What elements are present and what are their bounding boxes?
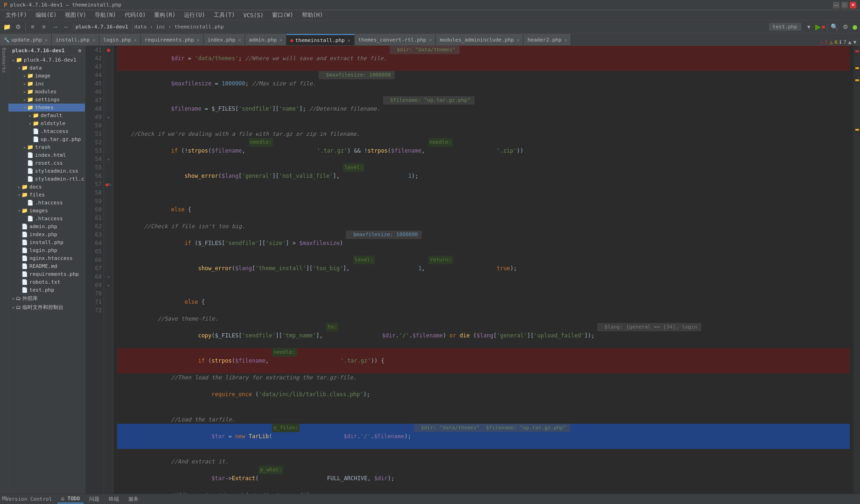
tree-item-htaccess-images[interactable]: ▸ 📄 .htaccess — [8, 215, 85, 223]
gutter-60 — [104, 205, 113, 214]
code-container[interactable]: 41 42 43 44 45 46 47 48 49 50 51 52 53 5… — [85, 46, 860, 494]
tree-item-inc[interactable]: ▸ 📁 inc — [8, 80, 85, 88]
tree-item-requirements-php[interactable]: ▸ 📄 requirements.php — [8, 270, 85, 278]
fold-marker-49[interactable]: ▾ — [107, 115, 110, 120]
tab-close-requirements[interactable]: ✕ — [197, 37, 200, 42]
tab-close-header2[interactable]: ✕ — [564, 37, 567, 42]
stop-button[interactable]: ■ — [822, 23, 825, 30]
tree-item-test-php[interactable]: ▸ 📄 test.php — [8, 286, 85, 294]
tab-close-themes-convert[interactable]: ✕ — [429, 37, 432, 42]
search-button[interactable]: 🔍 — [829, 22, 839, 32]
tree-item-temp[interactable]: ▸ 🗂 临时文件和控制台 — [8, 303, 85, 312]
sidebar-gear[interactable]: ⚙ — [78, 48, 81, 54]
breakpoint-icon-57[interactable]: ● — [105, 182, 109, 188]
tab-update[interactable]: 🔧 update.php ✕ — [0, 34, 52, 45]
run-config-label: test.php — [769, 23, 801, 31]
bookmarks-label[interactable]: Bookmarks — [1, 48, 7, 73]
code-editor[interactable]: $dir = 'data/themes'; //Where we will sa… — [113, 46, 853, 494]
tab-header2[interactable]: header2.php ✕ — [524, 34, 571, 45]
tree-item-index-html[interactable]: ▸ 📄 index.html — [8, 151, 85, 159]
tab-admin[interactable]: admin.php ✕ — [245, 34, 287, 45]
settings-button[interactable]: ⚙ — [13, 22, 23, 32]
tree-label-styleadmin-rtl: styleadmin-rtl.css — [35, 176, 85, 182]
tree-item-styleadmin-css[interactable]: ▸ 📄 styleadmin.css — [8, 167, 85, 175]
bottom-tab-services[interactable]: 服务 — [125, 495, 142, 504]
tab-install[interactable]: install.php ✕ — [52, 34, 99, 45]
menu-run[interactable]: 运行(U) — [180, 10, 209, 20]
run-button[interactable]: ▶ — [815, 22, 821, 31]
menu-refactor[interactable]: 重构(R) — [150, 10, 179, 20]
menu-file[interactable]: 文件(F) — [2, 10, 31, 20]
align-center-button[interactable]: ≡ — [39, 22, 49, 32]
run-config-dropdown[interactable]: ▾ — [804, 22, 814, 32]
tree-item-data[interactable]: ▾ 📁 data — [8, 64, 85, 72]
fold-marker-69[interactable]: ▾ — [107, 283, 110, 288]
tree-item-oldstyle[interactable]: ▸ 📁 oldstyle — [8, 119, 85, 127]
maximize-button[interactable]: □ — [841, 2, 848, 8]
tree-item-htaccess-themes[interactable]: ▸ 📄 .htaccess — [8, 127, 85, 135]
fold-marker-54[interactable]: ▾ — [107, 157, 110, 162]
tree-item-themes[interactable]: ▾ 📁 themes — [8, 104, 85, 112]
tree-item-up-tar[interactable]: ▸ 📄 up.tar.gz.php — [8, 135, 85, 143]
hint-needle-46c: needle: — [428, 138, 453, 147]
tree-item-nginx[interactable]: ▸ 📄 nginx.htaccess — [8, 254, 85, 262]
tree-item-readme[interactable]: ▸ 📄 README.md — [8, 262, 85, 270]
tree-item-default[interactable]: ▸ 📁 default — [8, 112, 85, 119]
tree-item-install-php[interactable]: ▸ 📄 install.php — [8, 238, 85, 246]
tab-close-install[interactable]: ✕ — [92, 37, 95, 42]
folder-open-button[interactable]: 📁 — [2, 22, 12, 32]
tree-item-root[interactable]: ▸ 📁 pluck-4.7.16-dev1 — [8, 56, 85, 64]
menu-help[interactable]: 帮助(H) — [298, 10, 327, 20]
menu-code[interactable]: 代码(O) — [121, 10, 150, 20]
tab-index[interactable]: index.php ✕ — [204, 34, 245, 45]
menu-view[interactable]: 视图(V) — [61, 10, 90, 20]
menu-window[interactable]: 窗口(W) — [268, 10, 297, 20]
tree-item-index-php[interactable]: ▸ 📄 index.php — [8, 231, 85, 238]
settings2-button[interactable]: ⚙ — [840, 22, 851, 32]
tab-requirements[interactable]: requirements.php ✕ — [141, 34, 204, 45]
minimize-button[interactable]: — — [833, 2, 839, 8]
indent-button[interactable]: → — [50, 22, 60, 32]
up-arrow[interactable]: ▲ — [848, 39, 852, 45]
tree-item-images[interactable]: ▾ 📁 images — [8, 207, 85, 215]
tab-close-admin[interactable]: ✕ — [280, 37, 282, 42]
tab-close-index[interactable]: ✕ — [238, 37, 241, 42]
tab-themes-convert[interactable]: themes_convert-rtl.php ✕ — [355, 34, 436, 45]
tree-item-docs[interactable]: ▸ 📁 docs — [8, 183, 85, 191]
align-left-button[interactable]: ≡ — [28, 22, 38, 32]
down-arrow[interactable]: ▼ — [853, 39, 856, 45]
tree-item-image[interactable]: ▸ 📁 image — [8, 72, 85, 80]
bottom-tab-problems[interactable]: 问题 — [85, 495, 103, 504]
tab-close-login[interactable]: ✕ — [134, 37, 137, 42]
tree-item-settings[interactable]: ▸ 📁 settings — [8, 96, 85, 104]
tree-item-trash[interactable]: ▸ 📁 trash — [8, 143, 85, 151]
fold-marker-68[interactable]: ▾ — [107, 274, 110, 280]
tab-close-modules-admin[interactable]: ✕ — [517, 37, 519, 42]
outdent-button[interactable]: ← — [61, 22, 71, 32]
tree-item-admin-php[interactable]: ▸ 📄 admin.php — [8, 223, 85, 231]
tab-themeinstall[interactable]: ● themeinstall.php ✕ — [287, 34, 355, 45]
menu-vcs[interactable]: VCS(S) — [240, 11, 267, 20]
menu-edit[interactable]: 编辑(E) — [32, 10, 61, 20]
tab-login[interactable]: login.php ✕ — [99, 34, 141, 45]
tree-item-modules[interactable]: ▸ 📁 modules — [8, 88, 85, 96]
tree-item-styleadmin-rtl-css[interactable]: ▸ 📄 styleadmin-rtl.css — [8, 175, 85, 183]
tree-item-htaccess-files[interactable]: ▸ 📄 .htaccess — [8, 199, 85, 207]
close-button[interactable]: ✕ — [850, 2, 856, 8]
tab-close-update[interactable]: ✕ — [45, 37, 48, 42]
tree-arrow-spacer8: ▸ — [23, 216, 26, 221]
tab-close-themeinstall[interactable]: ✕ — [348, 38, 350, 43]
code-line-51: if ($_FILES['sendfile']['size'] > $maxfi… — [117, 231, 850, 256]
menu-nav[interactable]: 导航(N) — [91, 10, 120, 20]
tree-item-files[interactable]: ▾ 📁 files — [8, 191, 85, 199]
bottom-tab-todo[interactable]: ☑ TODO — [57, 495, 84, 504]
menu-tools[interactable]: 工具(T) — [210, 10, 239, 20]
tree-item-reset-css[interactable]: ▸ 📄 reset.css — [8, 159, 85, 167]
tree-item-robots[interactable]: ▸ 📄 robots.txt — [8, 278, 85, 286]
tree-item-login-php[interactable]: ▸ 📄 login.php — [8, 246, 85, 254]
tree-item-external-libs[interactable]: ▸ 🗂 外部库 — [8, 294, 85, 303]
bottom-tab-terminal[interactable]: 终端 — [105, 495, 123, 504]
win-controls[interactable]: — □ ✕ — [833, 2, 856, 8]
tab-modules-admin[interactable]: modules_admininclude.php ✕ — [436, 34, 524, 45]
bottom-tab-version-control[interactable]: Version Control — [2, 495, 56, 503]
